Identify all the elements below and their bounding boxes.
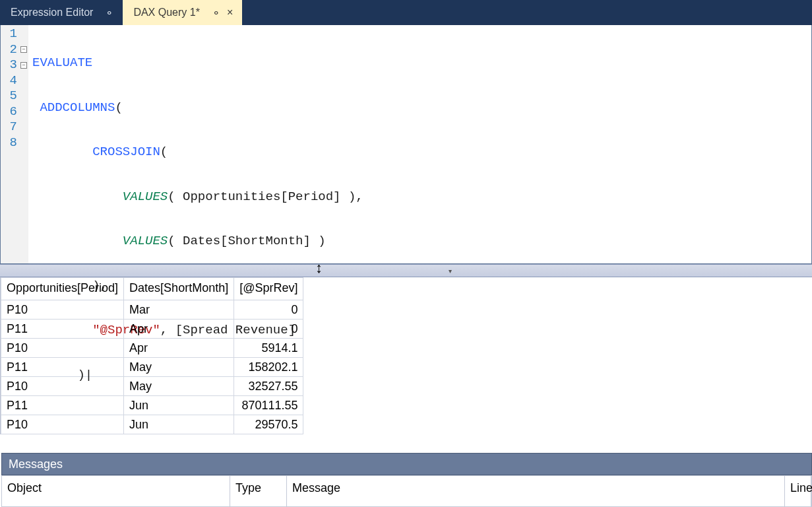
cell-sprrev: 870111.55 <box>234 396 303 415</box>
messages-col-line[interactable]: Line <box>785 476 811 506</box>
table-row[interactable]: P10Jun29570.5 <box>1 415 303 434</box>
tab-expression-editor[interactable]: Expression Editor ⚬ <box>0 0 123 25</box>
code-content[interactable]: EVALUATE ADDCOLUMNS( CROSSJOIN( VALUES( … <box>28 25 811 263</box>
tab-label: DAX Query 1* <box>133 7 199 18</box>
tab-bar: Expression Editor ⚬ DAX Query 1* ⚬ × <box>0 0 812 25</box>
gutter: 1 2 3 4 5 6 7 8 − − <box>1 25 28 263</box>
tab-label: Expression Editor <box>11 7 93 18</box>
chevron-down-icon[interactable]: ▾ <box>449 267 452 275</box>
horizontal-splitter[interactable]: ↕ ▾ <box>0 264 812 277</box>
cell-sprrev: 29570.5 <box>234 415 303 434</box>
messages-col-message[interactable]: Message <box>287 476 785 506</box>
cell-month: Jun <box>124 415 234 434</box>
messages-grid-header: Object Type Message Line <box>1 475 812 507</box>
pin-icon[interactable]: ⚬ <box>212 7 220 19</box>
messages-col-object[interactable]: Object <box>2 476 230 506</box>
fold-column: − − <box>19 25 28 263</box>
messages-panel-title[interactable]: Messages <box>1 453 812 475</box>
code-editor[interactable]: 1 2 3 4 5 6 7 8 − − EVALUATE ADDCOLUMNS(… <box>0 25 812 264</box>
line-numbers: 1 2 3 4 5 6 7 8 <box>1 25 19 263</box>
fold-toggle-icon[interactable]: − <box>20 62 27 69</box>
cell-period: P10 <box>1 415 124 434</box>
fold-toggle-icon[interactable]: − <box>20 46 27 53</box>
close-icon[interactable]: × <box>227 7 233 18</box>
pin-icon[interactable]: ⚬ <box>105 7 113 19</box>
messages-col-type[interactable]: Type <box>230 476 287 506</box>
tab-dax-query-1[interactable]: DAX Query 1* ⚬ × <box>123 0 242 25</box>
